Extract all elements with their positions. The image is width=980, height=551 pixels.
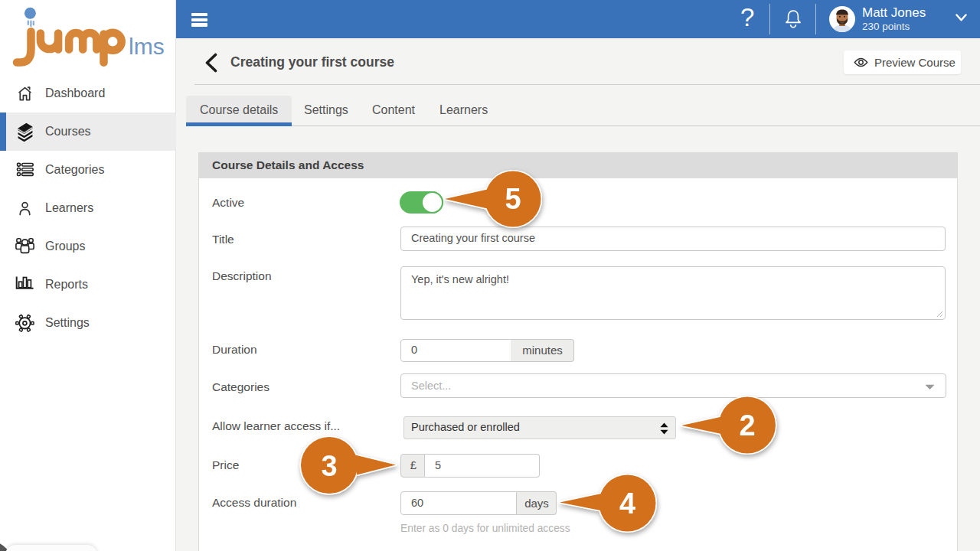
- svg-text:lms: lms: [129, 34, 165, 59]
